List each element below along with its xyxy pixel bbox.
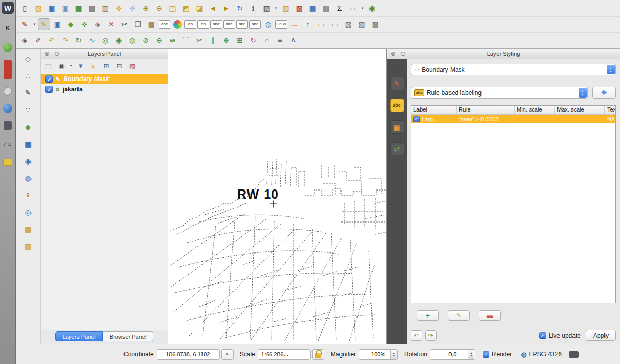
- composer-manager-icon[interactable]: ▥: [99, 2, 112, 14]
- labels-tab-icon[interactable]: abc: [390, 99, 404, 112]
- new-project-icon[interactable]: ▯: [19, 2, 31, 14]
- detach-panel-icon[interactable]: ⊖: [53, 50, 60, 57]
- coordinate-input[interactable]: [157, 349, 220, 360]
- auto-placement-settings-button[interactable]: ❖: [592, 87, 616, 99]
- heatmap-points-icon[interactable]: ∵: [22, 104, 35, 116]
- cut-features-icon[interactable]: ✂: [118, 18, 131, 30]
- layer-selector-combo[interactable]: ▱ Boundary Mask: [411, 64, 616, 75]
- move-label-icon[interactable]: abc: [223, 20, 235, 29]
- diagram-tool-3-icon[interactable]: ▩: [369, 18, 381, 30]
- add-postgis-layer-icon[interactable]: ◉: [22, 155, 35, 167]
- column-header-rule[interactable]: Rule: [457, 106, 515, 114]
- new-shapefile-layer-icon[interactable]: ▤: [22, 223, 35, 235]
- open-attribute-table-icon[interactable]: ▦: [306, 2, 319, 14]
- undo-icon[interactable]: ↶: [45, 34, 58, 46]
- merge-features-icon[interactable]: ⊕: [220, 34, 233, 46]
- add-raster-layer-icon[interactable]: ▦: [22, 138, 35, 150]
- zoom-in-icon[interactable]: ⊕: [140, 2, 152, 14]
- apply-button[interactable]: Apply: [586, 330, 616, 341]
- diagram-tool-2-icon[interactable]: ▨: [355, 18, 368, 30]
- layer-item-jakarta[interactable]: jakarta: [41, 84, 168, 94]
- pin-labels-icon[interactable]: ab: [184, 20, 196, 29]
- refresh-map-icon[interactable]: ↻: [234, 2, 246, 14]
- rotation-spinbox[interactable]: [430, 349, 475, 360]
- unknown-blue-icon[interactable]: [3, 104, 12, 113]
- stream-digitizing-icon[interactable]: ✐: [32, 34, 44, 46]
- rule-row[interactable]: Larg…"area" > 0.0003NAM: [411, 115, 615, 123]
- column-header-text[interactable]: Text: [605, 106, 615, 114]
- split-features-icon[interactable]: ✂: [193, 34, 206, 46]
- add-part-icon[interactable]: ◉: [113, 34, 125, 46]
- history-tab-icon[interactable]: ⇄: [390, 142, 404, 155]
- offset-point-symbol-icon[interactable]: ○: [260, 34, 273, 46]
- manage-map-themes-icon-dropdown[interactable]: ▾: [69, 64, 73, 68]
- edit-rule-button[interactable]: ✎: [448, 310, 470, 321]
- unknown-green-icon[interactable]: [3, 43, 12, 52]
- change-label-icon[interactable]: abc: [249, 20, 261, 29]
- diagram-tool-1-icon[interactable]: ▧: [342, 18, 354, 30]
- render-checkbox[interactable]: [483, 351, 489, 358]
- unknown-letter-icon[interactable]: K: [2, 22, 14, 35]
- rotation-stepper[interactable]: [468, 350, 474, 359]
- connector-icon[interactable]: →: [288, 18, 301, 30]
- redo-icon[interactable]: ↷: [59, 34, 71, 46]
- advanced-digitizing-icon[interactable]: ◈: [19, 34, 31, 46]
- select-features-icon-dropdown[interactable]: ▾: [274, 6, 278, 10]
- measure-icon-dropdown[interactable]: ▾: [360, 6, 365, 10]
- toggle-editing-icon[interactable]: ✎: [38, 18, 50, 30]
- rule-checkbox[interactable]: [413, 116, 420, 122]
- node-tool-icon[interactable]: ◈: [91, 18, 104, 30]
- new-map-view-icon[interactable]: ▦: [72, 2, 85, 14]
- close-styling-icon[interactable]: ⊗: [390, 50, 397, 57]
- add-feature-icon[interactable]: ◆: [65, 18, 77, 30]
- tab-browser-panel[interactable]: Browser Panel: [103, 331, 154, 341]
- expand-all-icon[interactable]: ⊞: [101, 60, 112, 71]
- manage-map-themes-icon[interactable]: ◉: [56, 60, 67, 71]
- layer-visibility-checkbox[interactable]: [45, 86, 53, 93]
- delete-selected-icon[interactable]: ✕: [105, 18, 117, 30]
- move-feature-icon[interactable]: ✜: [78, 18, 90, 30]
- deselect-features-icon[interactable]: ▩: [293, 2, 305, 14]
- column-header-min-scale[interactable]: Min. scale: [515, 106, 555, 114]
- copy-features-icon[interactable]: ❐: [132, 18, 144, 30]
- pan-map-icon[interactable]: ✜: [113, 2, 125, 14]
- word-window-icon[interactable]: W: [2, 2, 14, 14]
- show-hide-labels-icon[interactable]: abc: [210, 20, 222, 29]
- styling-undo-button[interactable]: ↶: [411, 330, 422, 341]
- add-rule-button[interactable]: +: [417, 310, 439, 321]
- statistical-summary-icon[interactable]: Σ: [333, 2, 346, 14]
- paste-features-icon[interactable]: ▤: [145, 18, 158, 30]
- magnifier-stepper[interactable]: [390, 350, 397, 359]
- simplify-feature-icon[interactable]: ∿: [86, 34, 98, 46]
- offset-point-icon[interactable]: ↑: [302, 18, 314, 30]
- rotate-label-icon[interactable]: abc: [236, 20, 248, 29]
- open-project-icon[interactable]: ▨: [32, 2, 44, 14]
- map-canvas[interactable]: RW 10: [168, 49, 387, 344]
- scale-lock-button[interactable]: [312, 349, 324, 360]
- scale-combo[interactable]: 1:66 286: [258, 349, 311, 360]
- rotate-feature-icon[interactable]: ↻: [72, 34, 85, 46]
- zoom-to-layer-icon[interactable]: ◪: [193, 2, 206, 14]
- save-project-as-icon[interactable]: ▣: [59, 2, 71, 14]
- add-virtual-layer-icon[interactable]: 9: [22, 189, 35, 201]
- zoom-last-icon[interactable]: ◄: [207, 2, 219, 14]
- scatter-points-icon[interactable]: ∴: [22, 70, 35, 82]
- live-update-checkbox[interactable]: [539, 332, 546, 339]
- unknown-yellow-icon[interactable]: [3, 159, 12, 166]
- move-label-a-icon[interactable]: A: [287, 34, 300, 46]
- identify-features-icon[interactable]: ℹ: [247, 2, 259, 14]
- measure-icon[interactable]: ▱: [347, 2, 359, 14]
- mouse-position-icon[interactable]: ⌖: [221, 349, 234, 360]
- tab-layers-panel[interactable]: Layers Panel: [55, 331, 103, 341]
- filter-legend-icon[interactable]: ▼: [75, 60, 86, 71]
- zoom-next-icon[interactable]: ►: [220, 2, 233, 14]
- rotate-point-symbols-icon[interactable]: ↻: [247, 34, 259, 46]
- map-tips-icon[interactable]: ◉: [366, 2, 378, 14]
- filter-by-expression-icon[interactable]: ε: [88, 60, 99, 71]
- save-project-icon[interactable]: ▣: [45, 2, 58, 14]
- add-wms-layer-icon[interactable]: ◍: [22, 172, 35, 184]
- move-label-diagram-icon[interactable]: ▭: [315, 18, 328, 30]
- add-wfs-layer-icon[interactable]: ◎: [22, 206, 35, 218]
- messages-icon[interactable]: [569, 351, 579, 358]
- delete-part-icon[interactable]: ⊖: [153, 34, 165, 46]
